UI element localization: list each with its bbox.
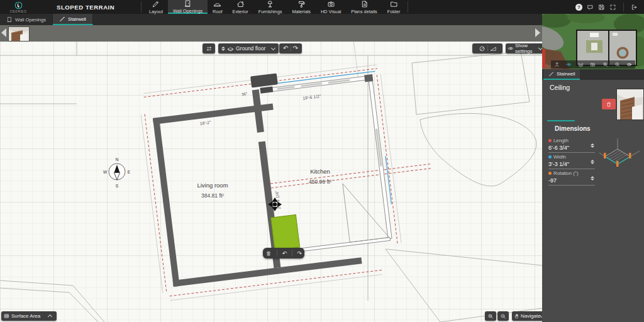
length-stepper[interactable] [591, 143, 594, 148]
stairwell-properties-panel: Ceiling Dimensions Length 6'-6 3/4" Widt… [542, 80, 644, 322]
rotation-field: Rotation (°) -97 [548, 170, 595, 186]
rotate-ccw-icon[interactable]: ↶ [282, 250, 287, 257]
floor-selector-value: Ground floor [236, 45, 265, 52]
table-icon [4, 313, 9, 319]
zoom-out-button[interactable] [497, 311, 509, 321]
person-view-icon[interactable] [554, 62, 560, 67]
paint-roller-icon [297, 0, 306, 8]
properties-sidebar: Stairwell Ceiling Dimensions Length 6'-6… [542, 14, 644, 322]
length-dot-icon [548, 139, 552, 142]
selected-stairwell-object[interactable] [271, 214, 300, 250]
house-icon [236, 0, 245, 8]
save-icon[interactable] [598, 4, 605, 11]
orbit-icon[interactable] [626, 62, 632, 67]
surface-area-button[interactable]: Surface Area [1, 311, 57, 321]
header-actions: ? [575, 3, 644, 11]
eye-icon [508, 45, 514, 52]
svg-text:W: W [103, 170, 108, 174]
floor-slab-icon [227, 45, 234, 52]
menu-item-hd-visual[interactable]: HD Visual [316, 0, 346, 14]
terrain-toggle-icon[interactable] [479, 45, 486, 52]
menu-item-wall-openings[interactable]: Wall Openings [168, 0, 208, 14]
width-input[interactable]: 3'-3 1/4" [548, 161, 595, 169]
chevron-down-icon [271, 45, 275, 50]
redo-icon[interactable]: ↷ [293, 45, 298, 52]
chevron-up-icon [48, 314, 52, 319]
floor-plan-group[interactable]: 36" 18'-2" 19'-6 1/2" 25'-4 1/4" [135, 42, 443, 301]
length-input[interactable]: 6'-6 3/4" [548, 145, 595, 153]
3d-preview[interactable] [542, 14, 644, 69]
project-title: SLOPED TERRAIN [57, 4, 138, 11]
delete-button[interactable] [602, 99, 616, 109]
svg-text:N: N [116, 157, 119, 162]
rotation-stepper[interactable] [591, 176, 594, 180]
selection-context-toolbar: ↶ ↷ [263, 248, 304, 258]
ceiling-opening-diagram [597, 135, 641, 173]
active-subtab-indicator [547, 120, 575, 121]
swap-icon [206, 45, 213, 52]
header-divider [623, 3, 624, 11]
stairwell-preview-thumbnail[interactable] [616, 89, 644, 120]
stairs-icon [59, 16, 65, 22]
length-field: Length 6'-6 3/4" [548, 138, 595, 153]
menu-item-furnishings[interactable]: Furnishings [253, 0, 287, 14]
tab-wall-openings[interactable]: Wall Openings [0, 14, 53, 25]
exit-icon[interactable] [631, 4, 638, 11]
menu-item-roof[interactable]: Roof [208, 0, 227, 14]
width-dot-icon [548, 155, 552, 158]
dimension-label-36: 36" [241, 91, 248, 96]
floor-plan-drawing: 36" 18'-2" 19'-6 1/2" 25'-4 1/4" Living … [0, 42, 542, 322]
menu-item-materials[interactable]: Materials [287, 0, 316, 14]
menu-item-layout[interactable]: Layout [144, 0, 168, 14]
floor-plan-canvas[interactable]: 36" 18'-2" 19'-6 1/2" 25'-4 1/4" Living … [0, 42, 542, 322]
pencil-icon [152, 0, 160, 8]
floor-selector[interactable]: Ground floor [218, 43, 279, 53]
room-name-kitchen: Kitchen [310, 168, 330, 175]
floor-stepper-icon[interactable] [221, 47, 225, 51]
stairwell-catalog-thumbnail[interactable] [8, 26, 30, 42]
snapshot-icon[interactable] [590, 62, 596, 67]
menu-item-folder[interactable]: Folder [382, 0, 406, 14]
menu-item-exterior[interactable]: Exterior [228, 0, 253, 14]
undo-icon[interactable]: ↶ [283, 45, 288, 52]
scroll-left-icon[interactable] [1, 28, 6, 37]
sidebar-tab-stairwell[interactable]: Stairwell [543, 69, 580, 80]
swap-view-button[interactable] [203, 43, 215, 53]
navigate-button[interactable]: Navigate [512, 311, 545, 321]
eye-view-icon[interactable] [566, 62, 572, 67]
brand-name: CEDREO [9, 9, 26, 13]
plan-display-toggles [472, 43, 502, 53]
sidebar-tab-strip: Stairwell [542, 69, 644, 80]
preview-zoom-in-icon[interactable] [602, 62, 608, 67]
floors-icon[interactable] [578, 62, 584, 67]
rotation-input[interactable]: -97 [548, 177, 595, 186]
scroll-right-icon[interactable] [535, 28, 540, 37]
menu-item-plans-details[interactable]: Plans details [346, 0, 382, 14]
fullscreen-icon[interactable] [609, 4, 616, 11]
top-menu-bar: CEDREO SLOPED TERRAIN Layout Wall Openin… [0, 0, 644, 14]
object-type-label: Ceiling [550, 84, 570, 91]
help-icon[interactable]: ? [575, 4, 582, 11]
roof-icon [213, 0, 221, 8]
zoom-in-icon [487, 313, 494, 319]
lamp-icon [266, 0, 274, 8]
show-settings-button[interactable]: Show settings [506, 43, 546, 53]
door-icon [184, 0, 192, 8]
hand-icon [514, 313, 519, 319]
width-stepper[interactable] [591, 160, 594, 164]
zoom-in-button[interactable] [485, 311, 496, 321]
tab-stairwell[interactable]: Stairwell [53, 14, 93, 25]
header-divider [141, 1, 142, 13]
trash-icon[interactable] [265, 250, 272, 257]
rotate-cw-icon[interactable]: ↷ [297, 250, 303, 257]
comment-icon[interactable] [587, 4, 594, 11]
room-area-kitchen: 450.96 ft² [309, 179, 331, 185]
roof-slope-toggle-icon[interactable] [490, 45, 497, 52]
dimension-label-top-left: 18'-2" [199, 120, 211, 126]
document-icon [360, 0, 369, 8]
room-area-living: 384.81 ft² [201, 192, 224, 199]
app-logo[interactable]: CEDREO [4, 1, 33, 13]
folder-icon [390, 0, 398, 8]
svg-text:E: E [128, 170, 131, 174]
preview-zoom-out-icon[interactable] [614, 62, 620, 67]
